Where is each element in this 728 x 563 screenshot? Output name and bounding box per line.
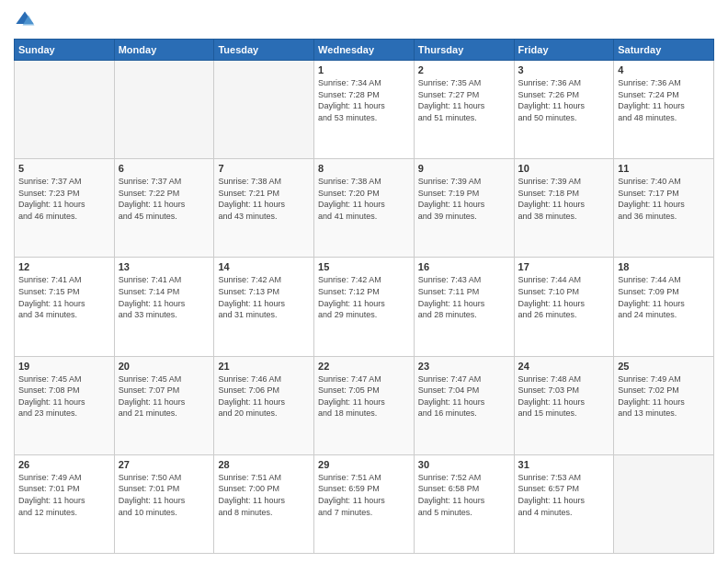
calendar-cell: 10Sunrise: 7:39 AM Sunset: 7:18 PM Dayli… [514,159,614,258]
day-number: 23 [418,361,510,372]
day-number: 1 [318,64,410,75]
day-number: 11 [618,163,710,174]
calendar-cell: 2Sunrise: 7:35 AM Sunset: 7:27 PM Daylig… [414,61,514,159]
calendar-cell [614,454,714,553]
day-info: Sunrise: 7:40 AM Sunset: 7:17 PM Dayligh… [618,176,710,222]
calendar-cell: 18Sunrise: 7:44 AM Sunset: 7:09 PM Dayli… [614,258,714,356]
day-info: Sunrise: 7:52 AM Sunset: 6:58 PM Dayligh… [418,472,510,518]
calendar-cell: 7Sunrise: 7:38 AM Sunset: 7:21 PM Daylig… [214,159,314,258]
weekday-header-wednesday: Wednesday [314,40,415,61]
day-info: Sunrise: 7:42 AM Sunset: 7:12 PM Dayligh… [318,274,410,320]
day-info: Sunrise: 7:38 AM Sunset: 7:20 PM Dayligh… [318,176,410,222]
calendar-cell: 29Sunrise: 7:51 AM Sunset: 6:59 PM Dayli… [314,454,415,553]
calendar-cell: 15Sunrise: 7:42 AM Sunset: 7:12 PM Dayli… [314,258,415,356]
weekday-header-saturday: Saturday [614,40,714,61]
calendar-cell: 11Sunrise: 7:40 AM Sunset: 7:17 PM Dayli… [614,159,714,258]
calendar-cell: 20Sunrise: 7:45 AM Sunset: 7:07 PM Dayli… [114,356,214,454]
day-info: Sunrise: 7:46 AM Sunset: 7:06 PM Dayligh… [218,373,310,419]
calendar-table: SundayMondayTuesdayWednesdayThursdayFrid… [14,39,714,554]
day-info: Sunrise: 7:44 AM Sunset: 7:10 PM Dayligh… [518,274,610,320]
logo-icon [14,9,36,31]
day-number: 3 [518,64,610,75]
day-info: Sunrise: 7:49 AM Sunset: 7:01 PM Dayligh… [18,472,110,518]
logo [14,9,40,31]
calendar-cell: 26Sunrise: 7:49 AM Sunset: 7:01 PM Dayli… [15,454,115,553]
day-info: Sunrise: 7:35 AM Sunset: 7:27 PM Dayligh… [418,77,510,123]
day-info: Sunrise: 7:41 AM Sunset: 7:15 PM Dayligh… [18,274,110,320]
calendar-cell: 17Sunrise: 7:44 AM Sunset: 7:10 PM Dayli… [514,258,614,356]
day-number: 29 [318,459,410,470]
calendar-cell: 5Sunrise: 7:37 AM Sunset: 7:23 PM Daylig… [15,159,115,258]
day-number: 21 [218,361,310,372]
day-number: 25 [618,361,710,372]
day-number: 30 [418,459,510,470]
calendar-cell: 31Sunrise: 7:53 AM Sunset: 6:57 PM Dayli… [514,454,614,553]
day-number: 24 [518,361,610,372]
day-info: Sunrise: 7:36 AM Sunset: 7:26 PM Dayligh… [518,77,610,123]
day-number: 20 [119,361,210,372]
day-info: Sunrise: 7:48 AM Sunset: 7:03 PM Dayligh… [518,373,610,419]
calendar-cell: 25Sunrise: 7:49 AM Sunset: 7:02 PM Dayli… [614,356,714,454]
page: SundayMondayTuesdayWednesdayThursdayFrid… [0,0,728,563]
day-number: 16 [418,261,510,272]
day-number: 28 [218,459,310,470]
day-number: 13 [119,261,210,272]
day-info: Sunrise: 7:45 AM Sunset: 7:08 PM Dayligh… [18,373,110,419]
calendar-cell: 30Sunrise: 7:52 AM Sunset: 6:58 PM Dayli… [414,454,514,553]
calendar-cell: 13Sunrise: 7:41 AM Sunset: 7:14 PM Dayli… [114,258,214,356]
calendar-cell: 4Sunrise: 7:36 AM Sunset: 7:24 PM Daylig… [614,61,714,159]
calendar-cell [214,61,314,159]
weekday-header-sunday: Sunday [15,40,115,61]
day-number: 17 [518,261,610,272]
day-info: Sunrise: 7:38 AM Sunset: 7:21 PM Dayligh… [218,176,310,222]
weekday-header-friday: Friday [514,40,614,61]
day-info: Sunrise: 7:39 AM Sunset: 7:19 PM Dayligh… [418,176,510,222]
calendar-cell: 21Sunrise: 7:46 AM Sunset: 7:06 PM Dayli… [214,356,314,454]
calendar-cell [114,61,214,159]
day-number: 15 [318,261,410,272]
day-info: Sunrise: 7:36 AM Sunset: 7:24 PM Dayligh… [618,77,710,123]
day-info: Sunrise: 7:37 AM Sunset: 7:22 PM Dayligh… [119,176,210,222]
calendar-cell [15,61,115,159]
day-number: 22 [318,361,410,372]
day-number: 9 [418,163,510,174]
calendar-cell: 19Sunrise: 7:45 AM Sunset: 7:08 PM Dayli… [15,356,115,454]
day-info: Sunrise: 7:42 AM Sunset: 7:13 PM Dayligh… [218,274,310,320]
weekday-header-thursday: Thursday [414,40,514,61]
day-info: Sunrise: 7:37 AM Sunset: 7:23 PM Dayligh… [18,176,110,222]
day-number: 31 [518,459,610,470]
day-info: Sunrise: 7:39 AM Sunset: 7:18 PM Dayligh… [518,176,610,222]
weekday-header-monday: Monday [114,40,214,61]
day-number: 19 [18,361,110,372]
calendar-cell: 24Sunrise: 7:48 AM Sunset: 7:03 PM Dayli… [514,356,614,454]
day-info: Sunrise: 7:53 AM Sunset: 6:57 PM Dayligh… [518,472,610,518]
calendar-cell: 1Sunrise: 7:34 AM Sunset: 7:28 PM Daylig… [314,61,415,159]
day-number: 2 [418,64,510,75]
day-info: Sunrise: 7:51 AM Sunset: 7:00 PM Dayligh… [218,472,310,518]
day-number: 12 [18,261,110,272]
day-number: 7 [218,163,310,174]
day-info: Sunrise: 7:44 AM Sunset: 7:09 PM Dayligh… [618,274,710,320]
day-info: Sunrise: 7:50 AM Sunset: 7:01 PM Dayligh… [119,472,210,518]
day-info: Sunrise: 7:47 AM Sunset: 7:05 PM Dayligh… [318,373,410,419]
calendar-cell: 3Sunrise: 7:36 AM Sunset: 7:26 PM Daylig… [514,61,614,159]
day-info: Sunrise: 7:51 AM Sunset: 6:59 PM Dayligh… [318,472,410,518]
day-info: Sunrise: 7:45 AM Sunset: 7:07 PM Dayligh… [119,373,210,419]
day-number: 10 [518,163,610,174]
day-number: 27 [119,459,210,470]
day-info: Sunrise: 7:41 AM Sunset: 7:14 PM Dayligh… [119,274,210,320]
header [14,9,714,31]
day-info: Sunrise: 7:47 AM Sunset: 7:04 PM Dayligh… [418,373,510,419]
day-info: Sunrise: 7:43 AM Sunset: 7:11 PM Dayligh… [418,274,510,320]
day-number: 8 [318,163,410,174]
calendar-cell: 14Sunrise: 7:42 AM Sunset: 7:13 PM Dayli… [214,258,314,356]
day-number: 6 [119,163,210,174]
day-number: 18 [618,261,710,272]
day-number: 26 [18,459,110,470]
weekday-header-tuesday: Tuesday [214,40,314,61]
calendar-cell: 12Sunrise: 7:41 AM Sunset: 7:15 PM Dayli… [15,258,115,356]
calendar-cell: 22Sunrise: 7:47 AM Sunset: 7:05 PM Dayli… [314,356,415,454]
calendar-cell: 23Sunrise: 7:47 AM Sunset: 7:04 PM Dayli… [414,356,514,454]
day-info: Sunrise: 7:49 AM Sunset: 7:02 PM Dayligh… [618,373,710,419]
day-number: 4 [618,64,710,75]
